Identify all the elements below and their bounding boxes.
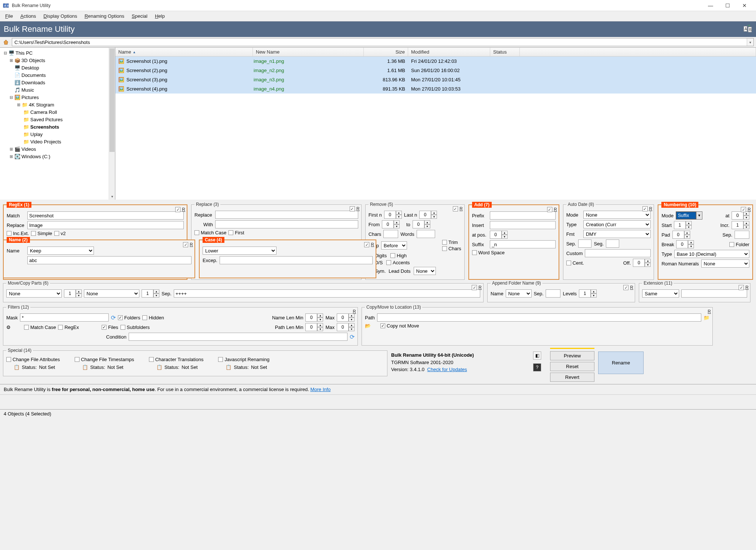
case-enable-check[interactable]: ✓ — [364, 242, 369, 247]
remove-lastn-input[interactable] — [419, 211, 431, 219]
af-sep-input[interactable] — [546, 289, 560, 298]
reset-button[interactable]: Reset — [550, 362, 594, 371]
tree-item-current[interactable]: Screenshots — [30, 124, 59, 130]
numbering-sep-input[interactable] — [735, 231, 749, 239]
browse-folder-icon[interactable]: 📁 — [704, 315, 709, 320]
path-dropdown[interactable]: ▾ — [747, 38, 753, 46]
add-prefix-input[interactable] — [490, 211, 556, 220]
regex-v2-check[interactable] — [54, 231, 59, 236]
remove-from-input[interactable] — [382, 220, 394, 228]
file-row[interactable]: 🖼️Screenshot (4).pngimage_n4.png891.35 K… — [115, 84, 756, 94]
help-icon[interactable]: ? — [533, 363, 541, 371]
filters-files-check[interactable]: ✓ — [102, 325, 106, 330]
menu-display[interactable]: Display Options — [40, 12, 81, 20]
autodate-seg-input[interactable] — [606, 240, 619, 248]
filters-plmax-input[interactable] — [337, 323, 349, 331]
refresh-icon-2[interactable]: ⟳ — [350, 333, 355, 340]
remove-leaddots-select[interactable]: None — [414, 267, 436, 275]
more-info-link[interactable]: More Info — [310, 387, 330, 392]
preview-button[interactable]: Preview — [550, 351, 594, 360]
revert-button[interactable]: Revert — [550, 373, 594, 382]
copymove-reset[interactable]: R — [708, 309, 711, 314]
movecopy-select2[interactable]: None — [84, 289, 139, 298]
tree-item[interactable]: Music — [21, 87, 34, 93]
special-ct-check[interactable] — [149, 357, 154, 362]
ext-select[interactable]: Same — [642, 289, 679, 298]
refresh-icon[interactable]: ⟳ — [111, 314, 116, 321]
col-status[interactable]: Status — [490, 48, 520, 56]
add-reset[interactable]: R — [554, 207, 557, 212]
numbering-reset[interactable]: R — [747, 207, 751, 212]
ext-enable-check[interactable]: ✓ — [739, 285, 744, 290]
replace-input[interactable] — [215, 211, 358, 219]
filters-subfolders-check[interactable] — [121, 325, 125, 330]
col-size[interactable]: Size — [364, 48, 408, 56]
replace-matchcase-check[interactable] — [194, 230, 199, 235]
tree-this-pc[interactable]: This PC — [16, 50, 33, 56]
options-icon[interactable]: ◧ — [533, 352, 541, 360]
maximize-button[interactable]: ☐ — [719, 0, 736, 11]
name-select[interactable]: Keep — [27, 247, 94, 255]
special-jr-check[interactable] — [218, 357, 223, 362]
ext-reset[interactable]: R — [745, 285, 749, 290]
regex-reset[interactable]: R — [182, 207, 185, 212]
tree-item[interactable]: Saved Pictures — [30, 117, 62, 122]
special-cfa-check[interactable] — [6, 357, 11, 362]
autodate-fmt-select[interactable]: DMY — [583, 230, 651, 238]
translations-icon[interactable]: 📋 — [156, 364, 162, 370]
tree-scrollbar[interactable]: ▴ ▾ — [109, 48, 115, 200]
numbering-start-input[interactable] — [674, 221, 686, 229]
timestamps-icon[interactable]: 📋 — [82, 364, 88, 370]
add-insert-input[interactable] — [490, 221, 556, 229]
filters-nlmax-input[interactable] — [337, 313, 349, 322]
filters-mask-input[interactable] — [20, 313, 109, 322]
add-atpos-input[interactable] — [490, 231, 502, 239]
filters-folders-check[interactable]: ✓ — [118, 315, 123, 320]
numbering-mode-select[interactable]: Suffix▼ — [676, 211, 702, 220]
name-reset[interactable]: R — [190, 242, 193, 247]
menu-actions[interactable]: Actions — [17, 12, 40, 20]
javascript-icon[interactable]: 📋 — [226, 364, 231, 370]
name-enable-check[interactable]: ✓ — [183, 242, 188, 247]
tree-item[interactable]: Camera Roll — [30, 109, 57, 115]
folder-tree[interactable]: ⊟🖥️This PC ⊞📦3D Objects 🖥️Desktop 📄Docum… — [0, 48, 115, 200]
remove-chars2-check[interactable] — [442, 246, 447, 251]
tree-item[interactable]: Uplay — [30, 132, 43, 137]
regex-match-input[interactable] — [27, 211, 184, 220]
remove-words-input[interactable] — [417, 230, 435, 238]
numbering-roman-select[interactable]: None — [701, 259, 749, 268]
file-row[interactable]: 🖼️Screenshot (1).pngimage_n1.png1.36 MBF… — [115, 57, 756, 66]
tree-item[interactable]: 4K Stogram — [29, 102, 54, 108]
menu-renaming[interactable]: Renaming Options — [81, 12, 128, 20]
autodate-reset[interactable]: R — [649, 206, 652, 211]
copymove-path-input[interactable] — [377, 313, 701, 322]
replace-reset[interactable]: R — [356, 206, 360, 211]
af-name-select[interactable]: None — [506, 289, 532, 298]
ext-input[interactable] — [681, 289, 747, 298]
add-enable-check[interactable]: ✓ — [547, 207, 552, 212]
numbering-pad-input[interactable] — [672, 231, 684, 239]
tree-item[interactable]: 3D Objects — [21, 58, 45, 63]
tree-item[interactable]: Pictures — [21, 95, 39, 100]
filters-condition-input[interactable] — [129, 333, 348, 341]
movecopy-select1[interactable]: None — [6, 289, 62, 298]
regex-enable-check[interactable]: ✓ — [175, 207, 180, 212]
movecopy-num1[interactable] — [64, 289, 76, 298]
regex-incext-check[interactable] — [7, 231, 11, 236]
tree-item[interactable]: Videos — [21, 146, 36, 152]
menu-file[interactable]: File — [1, 12, 17, 20]
af-enable-check[interactable]: ✓ — [623, 285, 628, 290]
name-text-input[interactable] — [27, 256, 191, 264]
filters-reset[interactable]: R — [353, 309, 356, 314]
minimize-button[interactable]: — — [702, 0, 719, 11]
path-input[interactable] — [12, 38, 747, 46]
filters-nlmin-input[interactable] — [305, 313, 317, 322]
regex-replace-input[interactable] — [27, 221, 184, 229]
remove-high-check[interactable] — [390, 253, 395, 258]
autodate-type-select[interactable]: Creation (Curr — [583, 220, 651, 228]
af-reset[interactable]: R — [630, 285, 633, 290]
remove-to-input[interactable] — [413, 220, 424, 228]
file-row[interactable]: 🖼️Screenshot (3).pngimage_n3.png813.96 K… — [115, 75, 756, 84]
regex-simple-check[interactable] — [31, 231, 36, 236]
filters-plmin-input[interactable] — [305, 323, 317, 331]
